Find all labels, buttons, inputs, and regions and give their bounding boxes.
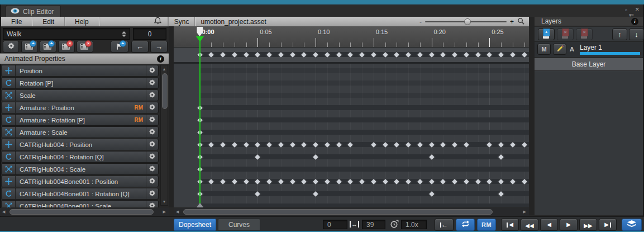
zoom-slider[interactable] (425, 18, 507, 25)
move-layer-down-button[interactable]: ↓ (629, 29, 644, 40)
menubar: FileEditHelp Sync umotion_project.asset … (1, 17, 529, 27)
property-gear-button[interactable] (146, 139, 158, 150)
add-layer-button[interactable]: + (538, 29, 555, 40)
tab-dopesheet[interactable]: Dopesheet (174, 219, 216, 231)
scroll-up-icon[interactable]: ▲ (161, 67, 168, 71)
current-frame-field[interactable]: 0 (323, 220, 347, 229)
scroll-left-icon[interactable]: ◀ (2, 210, 5, 214)
clip-settings-button[interactable] (3, 41, 19, 53)
property-row[interactable]: Armature : Rotation [P]RM (1, 114, 159, 126)
property-row[interactable]: Position (1, 65, 159, 77)
property-gear-button[interactable] (146, 90, 158, 101)
ruler-time-label: 0:20 (434, 29, 446, 35)
property-row[interactable]: CATRigHub004Bone001 : Position (1, 176, 159, 187)
go-to-start-button[interactable]: ← (435, 219, 454, 231)
last-frame-field[interactable]: 39 (362, 220, 385, 229)
fast-backward-button[interactable]: ◀◀ (521, 219, 538, 231)
scroll-left-icon[interactable]: ◀ (176, 210, 179, 214)
property-row[interactable]: CATRigHub004 : Rotation [Q] (1, 151, 159, 163)
track-lane (200, 93, 529, 98)
property-gear-button[interactable] (146, 127, 158, 138)
property-row[interactable]: Rotation [P] (1, 77, 159, 89)
playhead-bottom-handle[interactable] (197, 200, 203, 207)
playback-speed-field[interactable]: 1.0x (401, 220, 427, 229)
timeline-ruler[interactable]: 0:000:050:100:150:200:25 (174, 26, 529, 48)
property-gear-button[interactable] (146, 102, 158, 113)
property-gear-button[interactable] (146, 188, 158, 199)
timeline-horizontal-scrollbar[interactable]: ◀ ▶ (174, 208, 529, 216)
zoom-out-label[interactable]: - (419, 18, 422, 26)
add-event-button[interactable]: + (111, 41, 128, 53)
property-gear-button[interactable] (146, 201, 158, 207)
fast-forward-button[interactable]: ▶▶ (579, 219, 597, 231)
root-motion-button[interactable]: RM (477, 219, 496, 231)
tab-curves[interactable]: Curves (218, 219, 260, 231)
restore-window-icon[interactable]: ▫ (625, 7, 627, 13)
menu-item-help[interactable]: Help (65, 17, 99, 26)
tab-clip-editor[interactable]: Clip Editor (6, 5, 61, 17)
property-gear-button[interactable] (146, 176, 158, 187)
layer-row-layer1[interactable]: M A Layer 1 (535, 41, 643, 58)
property-row[interactable]: CATRigHub004Bone001 : Scale (1, 200, 159, 207)
layer-weight-bar[interactable] (580, 52, 640, 55)
property-row[interactable]: CATRigHub004 : Scale (1, 163, 159, 175)
notifications-button[interactable] (149, 17, 168, 26)
info-icon[interactable]: i (157, 55, 164, 63)
play-button[interactable]: ▶ (560, 219, 578, 231)
menu-item-edit[interactable]: Edit (32, 17, 65, 26)
vertical-scrollbar-thumb[interactable] (162, 73, 168, 109)
merge-layer-button[interactable]: × (576, 29, 593, 40)
skip-end-icon: ▶ (604, 222, 611, 228)
delete-layer-button[interactable]: × (557, 29, 574, 40)
menu-item-file[interactable]: File (1, 17, 32, 26)
property-gear-button[interactable] (146, 115, 158, 125)
previous-clip-button[interactable]: ← (131, 41, 149, 53)
property-gear-button[interactable] (146, 151, 158, 162)
info-icon[interactable]: i (631, 18, 638, 25)
layers-toggle-button[interactable] (622, 219, 642, 231)
property-gear-button[interactable] (146, 65, 158, 76)
property-row[interactable]: CATRigHub004Bone001 : Rotation [Q] (1, 188, 159, 200)
property-gear-button[interactable] (146, 78, 158, 88)
zoom-slider-thumb[interactable] (464, 18, 471, 25)
ruler-tick (350, 42, 351, 47)
layer-row-base[interactable]: Base Layer (535, 58, 643, 71)
properties-horizontal-scrollbar[interactable]: ◀ ▶ (0, 208, 169, 216)
property-row[interactable]: Scale (1, 89, 159, 101)
summary-keyframe-track[interactable] (174, 48, 529, 64)
dopesheet-body[interactable] (174, 64, 529, 207)
next-clip-button[interactable]: → (150, 41, 168, 53)
property-gear-button[interactable] (146, 164, 158, 174)
zoom-in-label[interactable]: + (510, 18, 514, 26)
properties-vertical-scrollbar[interactable]: ▲ ▼ (160, 65, 168, 206)
close-window-icon[interactable]: × (635, 6, 640, 13)
sync-button[interactable]: Sync (168, 17, 195, 26)
duplicate-clip-button[interactable]: + (40, 41, 56, 53)
layer-name[interactable]: Layer 1 (580, 44, 602, 51)
delete-clip-button[interactable]: × (58, 41, 75, 53)
loop-playback-button[interactable] (456, 219, 475, 231)
add-clip-button[interactable]: + (21, 41, 38, 53)
animated-properties-title: Animated Properties (4, 55, 157, 63)
property-row[interactable]: CATRigHub004 : Position (1, 139, 159, 150)
step-back-button[interactable]: ◀ (540, 219, 558, 231)
gear-icon (149, 128, 156, 137)
clip-select-dropdown[interactable]: Walk (3, 28, 130, 40)
clear-clip-button[interactable]: × (77, 41, 93, 53)
project-asset-name[interactable]: umotion_project.asset (195, 17, 419, 26)
move-layer-up-button[interactable]: ↑ (612, 29, 627, 40)
go-last-frame-button[interactable]: ▶ (599, 219, 617, 231)
gear-icon (149, 140, 156, 149)
go-first-frame-button[interactable]: ◀ (501, 219, 519, 231)
property-row[interactable]: Armature : Scale (1, 126, 159, 138)
scroll-right-icon[interactable]: ▶ (163, 210, 166, 214)
timeline-scrollbar-thumb[interactable] (183, 209, 493, 215)
ruler-tick (293, 42, 293, 47)
mute-layer-button[interactable]: M (537, 44, 551, 55)
edit-layer-button[interactable] (553, 44, 566, 55)
scroll-right-icon[interactable]: ▶ (523, 210, 526, 214)
property-row[interactable]: Armature : PositionRM (1, 102, 159, 113)
scroll-down-icon[interactable]: ▼ (161, 200, 168, 203)
horizontal-scrollbar-thumb[interactable] (9, 209, 154, 215)
clip-index-field[interactable]: 0 (133, 28, 166, 40)
